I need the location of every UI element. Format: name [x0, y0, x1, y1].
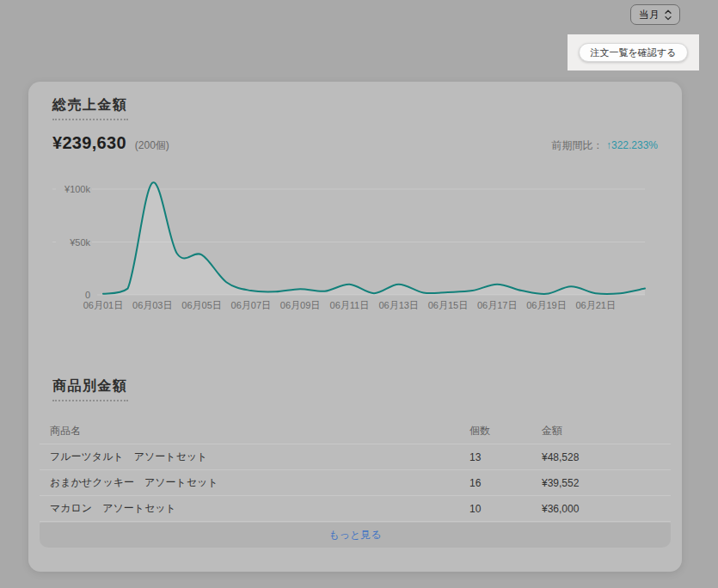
table-row: マカロン アソートセット 10 ¥36,000	[40, 496, 671, 522]
product-name: マカロン アソートセット	[40, 501, 469, 516]
product-count: 16	[469, 477, 542, 489]
period-select-value: 当月	[639, 8, 660, 22]
period-comparison: 前期間比： ↑322.233%	[552, 138, 658, 153]
total-sales-title-text: 総売上金額	[52, 96, 128, 120]
product-amount: ¥48,528	[542, 451, 671, 463]
total-count: (200個)	[135, 138, 169, 153]
svg-text:06月19日: 06月19日	[526, 300, 566, 310]
svg-text:06月15日: 06月15日	[428, 300, 468, 310]
updown-chevron-icon	[665, 9, 672, 21]
comparison-label: 前期間比：	[552, 139, 604, 151]
show-more-band[interactable]: もっと見る	[40, 523, 671, 548]
tutorial-highlight: 注文一覧を確認する	[568, 34, 699, 70]
product-table: 商品名 個数 金額 フルーツタルト アソートセット 13 ¥48,528 おまか…	[40, 419, 671, 548]
table-header: 商品名 個数 金額	[40, 419, 671, 444]
svg-text:06月13日: 06月13日	[378, 300, 418, 310]
svg-text:¥50k: ¥50k	[69, 237, 90, 248]
product-count: 13	[469, 451, 542, 463]
product-name: おまかせクッキー アソートセット	[40, 475, 469, 490]
product-amount: ¥39,552	[542, 477, 671, 489]
show-more-link[interactable]: もっと見る	[328, 528, 381, 542]
svg-text:06月17日: 06月17日	[477, 300, 517, 310]
total-sales-title: 総売上金額	[52, 96, 128, 120]
table-row: フルーツタルト アソートセット 13 ¥48,528	[40, 444, 671, 470]
product-name: フルーツタルト アソートセット	[40, 450, 469, 464]
table-row: おまかせクッキー アソートセット 16 ¥39,552	[40, 470, 671, 496]
col-header-amount: 金額	[542, 424, 671, 438]
sales-summary-card: 総売上金額 ¥239,630 (200個) 前期間比： ↑322.233% ¥1…	[28, 82, 682, 572]
svg-text:06月03日: 06月03日	[132, 300, 172, 310]
product-amount: ¥36,000	[542, 503, 671, 515]
svg-text:06月11日: 06月11日	[330, 300, 370, 310]
col-header-product-name: 商品名	[40, 424, 469, 438]
product-sales-title-text: 商品別金額	[52, 377, 128, 401]
total-amount: ¥239,630	[52, 133, 126, 153]
sales-chart: ¥100k¥50k006月01日06月03日06月05日06月07日06月09日…	[52, 168, 654, 318]
svg-text:06月07日: 06月07日	[231, 300, 271, 310]
comparison-value: ↑322.233%	[606, 139, 658, 151]
product-count: 10	[469, 503, 542, 515]
svg-text:06月21日: 06月21日	[575, 300, 615, 310]
svg-text:06月01日: 06月01日	[83, 300, 123, 310]
product-sales-title: 商品別金額	[52, 377, 128, 401]
svg-text:0: 0	[85, 290, 90, 300]
svg-text:06月05日: 06月05日	[181, 300, 221, 310]
svg-text:¥100k: ¥100k	[64, 184, 90, 194]
svg-text:06月09日: 06月09日	[280, 300, 320, 310]
period-select[interactable]: 当月	[630, 4, 680, 25]
col-header-count: 個数	[469, 424, 542, 438]
total-amount-row: ¥239,630 (200個) 前期間比： ↑322.233%	[52, 133, 658, 153]
view-orders-button[interactable]: 注文一覧を確認する	[579, 43, 689, 62]
dashboard-screen: 当月 注文一覧を確認する 総売上金額 ¥239,630 (200個) 前期間比：…	[0, 0, 718, 588]
